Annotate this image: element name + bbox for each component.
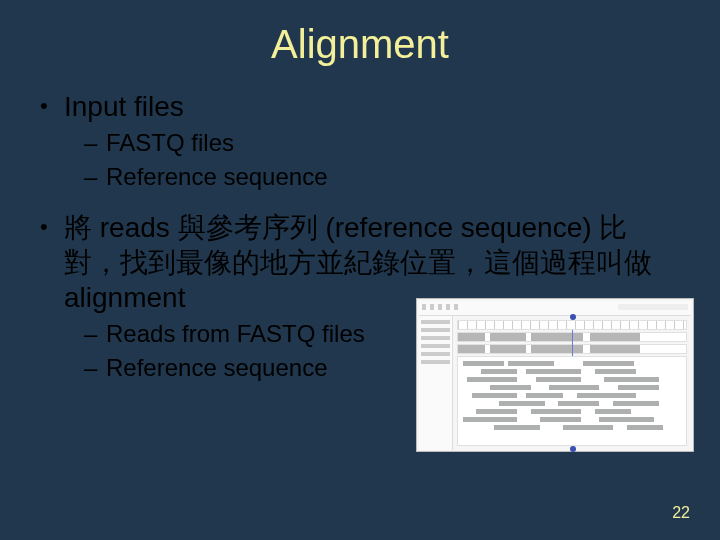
sub-bullet-marker: – (84, 319, 106, 349)
figure-body (419, 316, 691, 450)
slide: Alignment • Input files – FASTQ files – … (0, 0, 720, 540)
sub-bullet-marker: – (84, 353, 106, 383)
genome-browser-figure (416, 298, 694, 452)
sub-bullet-text: FASTQ files (106, 128, 234, 158)
figure-reads-area (457, 356, 687, 446)
page-number: 22 (672, 504, 690, 522)
figure-tracks (453, 316, 691, 450)
figure-side-panel (419, 316, 453, 450)
figure-toolbar (419, 301, 691, 316)
bullet-marker: • (40, 210, 64, 315)
sub-bullet-text: Reference sequence (106, 162, 327, 192)
sub-bullet-item: – FASTQ files (84, 128, 680, 158)
sub-bullet-marker: – (84, 128, 106, 158)
figure-ruler-track (457, 320, 687, 330)
sub-bullet-text: Reads from FASTQ files (106, 319, 365, 349)
sub-bullet-marker: – (84, 162, 106, 192)
bullet-item: • Input files (40, 89, 680, 124)
bullet-text: Input files (64, 89, 680, 124)
slide-title: Alignment (0, 0, 720, 79)
sub-bullet-item: – Reference sequence (84, 162, 680, 192)
sub-bullet-text: Reference sequence (106, 353, 327, 383)
bullet-marker: • (40, 89, 64, 124)
